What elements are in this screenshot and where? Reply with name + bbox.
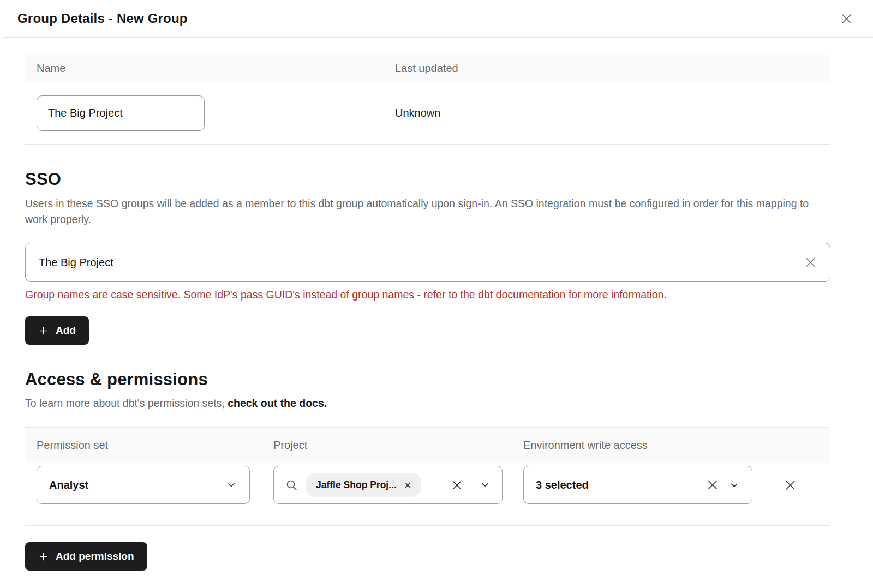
docs-link[interactable]: check out the docs. bbox=[228, 397, 327, 409]
project-tag-label: Jaffle Shop Proj... bbox=[316, 479, 397, 491]
group-details-modal: Group Details - New Group Name Last upda… bbox=[3, 0, 873, 588]
permissions-table-header: Permission set Project Environment write… bbox=[25, 427, 830, 463]
project-tag[interactable]: Jaffle Shop Proj... bbox=[306, 473, 421, 497]
permissions-heading: Access & permissions bbox=[25, 370, 830, 389]
sso-group-field bbox=[25, 243, 830, 282]
close-button[interactable] bbox=[839, 11, 854, 27]
last-updated-value: Unknown bbox=[395, 107, 830, 119]
table-row: Unknown bbox=[25, 82, 830, 145]
column-header-last-updated: Last updated bbox=[395, 62, 830, 75]
environment-access-value: 3 selected bbox=[536, 479, 589, 491]
environment-clear-button[interactable] bbox=[705, 478, 720, 492]
sso-heading: SSO bbox=[25, 170, 830, 189]
plus-icon bbox=[38, 326, 49, 336]
add-sso-group-button[interactable]: Add bbox=[25, 316, 89, 345]
chevron-down-icon bbox=[479, 479, 491, 491]
sso-clear-button[interactable] bbox=[803, 255, 818, 270]
close-icon bbox=[839, 11, 854, 27]
group-name-table: Name Last updated Unknown bbox=[25, 55, 830, 145]
permissions-intro: To learn more about dbt's permission set… bbox=[25, 397, 830, 410]
modal-content: Name Last updated Unknown SSO Users in t… bbox=[3, 55, 873, 571]
remove-row-icon bbox=[783, 478, 798, 493]
search-icon bbox=[285, 478, 298, 492]
environment-access-select[interactable]: 3 selected bbox=[523, 466, 752, 504]
page-title: Group Details - New Group bbox=[17, 11, 188, 26]
group-table-header: Name Last updated bbox=[25, 55, 830, 82]
permission-set-value: Analyst bbox=[49, 479, 88, 491]
column-header-environment-write-access: Environment write access bbox=[523, 439, 830, 452]
permissions-intro-text: To learn more about dbt's permission set… bbox=[25, 397, 228, 409]
column-header-name: Name bbox=[25, 62, 395, 75]
plus-icon bbox=[38, 551, 49, 562]
column-header-permission-set: Permission set bbox=[25, 439, 273, 452]
remove-tag-icon[interactable] bbox=[404, 482, 411, 489]
chevron-down-icon bbox=[728, 479, 740, 491]
group-name-input[interactable] bbox=[37, 95, 205, 131]
project-clear-button[interactable] bbox=[450, 478, 464, 492]
add-permission-button-label: Add permission bbox=[56, 550, 134, 562]
add-permission-button[interactable]: Add permission bbox=[25, 542, 147, 571]
permission-set-select[interactable]: Analyst bbox=[37, 466, 250, 504]
sso-description: Users in these SSO groups will be added … bbox=[25, 196, 830, 227]
remove-permission-row-button[interactable] bbox=[783, 478, 798, 493]
sso-group-input[interactable] bbox=[39, 256, 797, 269]
permissions-table: Permission set Project Environment write… bbox=[25, 427, 830, 526]
project-select[interactable]: Jaffle Shop Proj... bbox=[273, 466, 503, 504]
clear-icon bbox=[803, 255, 818, 270]
chevron-down-icon bbox=[225, 479, 237, 491]
column-header-project: Project bbox=[273, 439, 523, 452]
modal-header: Group Details - New Group bbox=[3, 0, 873, 38]
clear-icon bbox=[705, 478, 720, 492]
add-button-label: Add bbox=[56, 325, 76, 337]
sso-warning-text: Group names are case sensitive. Some IdP… bbox=[25, 289, 830, 301]
clear-icon bbox=[450, 478, 464, 492]
permission-row: Analyst bbox=[25, 463, 830, 526]
